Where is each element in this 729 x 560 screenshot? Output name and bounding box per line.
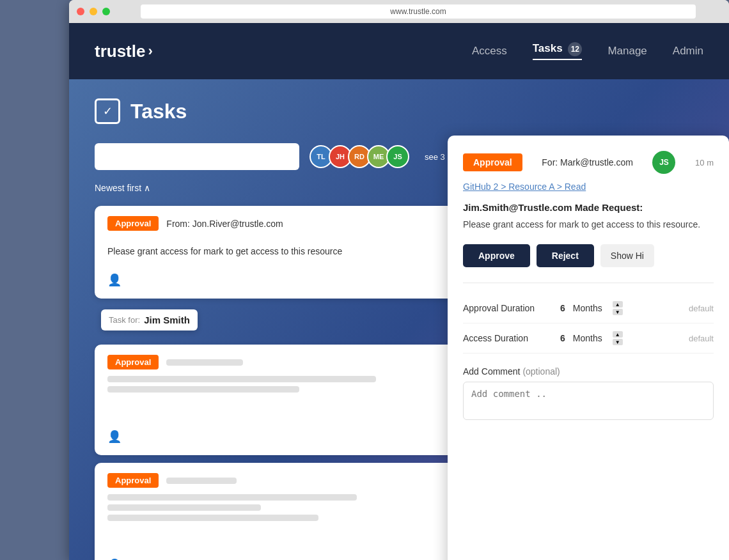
task-card-3[interactable]: Approval 10 min ago git 👤 3 xyxy=(95,463,504,560)
detail-avatar: JS xyxy=(652,151,675,174)
comment-input[interactable] xyxy=(463,382,714,420)
browser-window: www.trustle.com trustle › Access Tasks 1… xyxy=(69,0,729,560)
approval-duration-down[interactable]: ▼ xyxy=(613,309,623,315)
detail-header: Approval For: Mark@trustle.com JS 10 m xyxy=(463,151,714,174)
search-input[interactable] xyxy=(95,143,299,170)
url-bar[interactable]: www.trustle.com xyxy=(141,4,696,19)
tooltip-label: Task for: xyxy=(109,315,140,325)
access-duration-up[interactable]: ▲ xyxy=(613,331,623,338)
access-duration-label: Access Duration xyxy=(463,333,553,343)
reject-button[interactable]: Reject xyxy=(537,244,594,267)
avatar-js[interactable]: JS xyxy=(386,145,409,168)
nav-access[interactable]: Access xyxy=(472,45,507,58)
task-card-1-header: Approval From: Jon.River@trustle.com 10 … xyxy=(107,216,491,231)
logo-text: trustle xyxy=(95,42,145,61)
url-text: www.trustle.com xyxy=(390,7,446,16)
task-3-line-3 xyxy=(107,515,318,521)
comment-label: Add Comment (optional) xyxy=(463,366,714,377)
sort-arrow-icon: ∧ xyxy=(144,183,150,193)
detail-badge: Approval xyxy=(463,153,522,171)
app-content: ✓ Tasks TL JH RD ME JS xyxy=(69,79,729,560)
task-1-user-icon: 👤 xyxy=(107,273,122,287)
approve-button[interactable]: Approve xyxy=(463,244,530,267)
avatar-group: TL JH RD ME JS xyxy=(310,145,409,168)
task-1-from: From: Jon.River@trustle.com xyxy=(166,219,283,229)
browser-titlebar: www.trustle.com xyxy=(69,0,729,23)
approval-duration-default: default xyxy=(689,304,714,313)
detail-actions: Approve Reject Show Hi xyxy=(463,244,714,267)
detail-message: Please grant access for mark to get acce… xyxy=(463,218,714,231)
task-card-2[interactable]: Approval 10 min ago git 👤 4 xyxy=(95,345,504,455)
app-header: trustle › Access Tasks 12 Manage Admin xyxy=(69,23,729,79)
task-3-from-placeholder xyxy=(166,478,237,484)
access-duration-default: default xyxy=(689,334,714,343)
detail-for: For: Mark@trustle.com xyxy=(542,157,633,167)
close-button[interactable] xyxy=(77,8,84,15)
comment-label-text: Add Comment xyxy=(463,366,520,377)
maximize-button[interactable] xyxy=(102,8,110,15)
nav-tasks[interactable]: Tasks 12 xyxy=(533,42,583,60)
approval-duration-value: 6 xyxy=(560,303,565,313)
logo[interactable]: trustle › xyxy=(95,42,153,61)
show-history-button[interactable]: Show Hi xyxy=(600,244,654,267)
detail-divider xyxy=(463,283,714,283)
minimize-button[interactable] xyxy=(90,8,97,15)
page-title-icon: ✓ xyxy=(95,98,120,124)
task-2-from-placeholder xyxy=(166,359,243,366)
detail-time: 10 m xyxy=(695,158,714,167)
comment-optional-text: (optional) xyxy=(522,366,560,377)
nav-manage[interactable]: Manage xyxy=(608,45,647,58)
task-for-tooltip: Task for: Jim Smith xyxy=(101,309,198,331)
approval-duration-up[interactable]: ▲ xyxy=(613,301,623,307)
detail-resource-link[interactable]: GitHub 2 > Resource A > Read xyxy=(463,182,714,192)
nav-admin[interactable]: Admin xyxy=(673,45,703,58)
comment-section: Add Comment (optional) xyxy=(463,366,714,423)
task-list: Approval From: Jon.River@trustle.com 10 … xyxy=(95,206,504,560)
logo-arrow-icon: › xyxy=(148,43,152,59)
approval-duration-unit: Months xyxy=(573,303,602,313)
access-duration-unit: Months xyxy=(573,333,602,343)
page-title-row: ✓ Tasks xyxy=(95,98,703,124)
main-nav: Access Tasks 12 Manage Admin xyxy=(472,42,703,60)
task-2-line-2 xyxy=(107,386,299,393)
task-card-1[interactable]: Approval From: Jon.River@trustle.com 10 … xyxy=(95,206,504,299)
access-duration-stepper[interactable]: ▲ ▼ xyxy=(613,331,623,345)
detail-requester: Jim.Smith@Trustle.com Made Request: xyxy=(463,202,714,213)
access-duration-value: 6 xyxy=(560,333,565,343)
tasks-badge: 12 xyxy=(568,42,582,56)
task-3-line-1 xyxy=(107,494,357,501)
task-2-user-icon: 👤 xyxy=(107,430,122,444)
task-1-description: Please grant access for mark to get acce… xyxy=(107,246,463,256)
task-3-badge: Approval xyxy=(107,473,159,488)
task-detail-panel: Approval For: Mark@trustle.com JS 10 m G… xyxy=(448,136,729,560)
tooltip-name: Jim Smith xyxy=(144,315,190,325)
check-icon: ✓ xyxy=(103,104,113,118)
access-duration-down[interactable]: ▼ xyxy=(613,339,623,345)
access-duration-row: Access Duration 6 Months ▲ ▼ default xyxy=(463,323,714,354)
approval-duration-stepper[interactable]: ▲ ▼ xyxy=(613,301,623,315)
page-title: Tasks xyxy=(130,100,187,123)
task-2-line-1 xyxy=(107,376,376,382)
task-2-badge: Approval xyxy=(107,355,159,369)
task-3-line-2 xyxy=(107,504,261,511)
task-1-badge: Approval xyxy=(107,216,159,231)
approval-duration-row: Approval Duration 6 Months ▲ ▼ default xyxy=(463,293,714,323)
sort-label: Newest first xyxy=(95,183,141,193)
approval-duration-label: Approval Duration xyxy=(463,303,553,313)
